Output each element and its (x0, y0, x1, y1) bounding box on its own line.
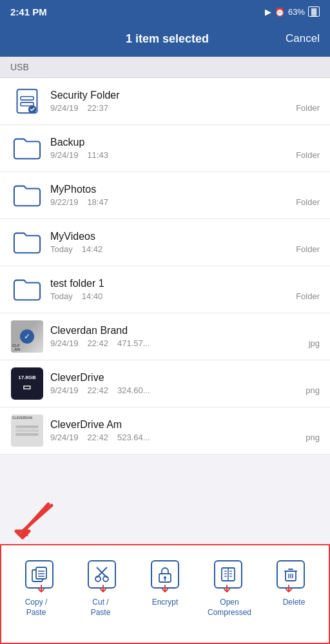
file-meta: 9/24/19 11:43 Folder (50, 150, 320, 160)
file-meta: Today 14:40 Folder (50, 291, 320, 301)
bottom-toolbar: Copy /Paste Cut /Paste Encrypt OpenCompr… (0, 544, 330, 644)
copy-paste-label: Copy /Paste (4, 598, 68, 618)
status-icons: ▶ ⏰ 63% ▓ (265, 6, 320, 17)
security-folder-icon (10, 84, 44, 118)
file-thumbnail: CLEVERDAN (10, 414, 44, 447)
list-item[interactable]: MyVideos Today 14:42 Folder (0, 219, 330, 266)
file-thumbnail: ✓ CLF_AN (10, 320, 44, 353)
file-type: Folder (296, 291, 320, 301)
list-item[interactable]: test folder 1 Today 14:40 Folder (0, 266, 330, 313)
file-type: png (306, 433, 320, 442)
section-header: USB (0, 57, 330, 78)
copy-paste-button[interactable] (8, 560, 71, 589)
file-name: MyPhotos (50, 184, 320, 195)
file-size: 471.57... (117, 338, 150, 348)
toolbar-buttons (1, 545, 329, 594)
list-item[interactable]: Security Folder 9/24/19 22:37 Folder (0, 78, 330, 125)
file-type: Folder (296, 244, 320, 254)
file-time: 18:47 (87, 197, 108, 207)
file-name: CleverDrive Am (50, 419, 320, 431)
delete-label: Delete (262, 598, 326, 618)
trash-icon (277, 560, 305, 589)
file-date: 9/24/19 (50, 338, 78, 348)
header: 1 item selected Cancel (0, 23, 330, 57)
file-type: Folder (296, 103, 320, 113)
cut-paste-label: Cut /Paste (68, 598, 133, 618)
file-time: 14:40 (82, 291, 103, 301)
file-time: 22:37 (87, 103, 108, 113)
folder-icon (10, 132, 44, 165)
file-type: Folder (296, 150, 320, 160)
file-date: 9/22/19 (50, 197, 78, 207)
file-info: Security Folder 9/24/19 22:37 Folder (44, 90, 320, 113)
file-size: 324.60... (117, 385, 150, 395)
list-item[interactable]: ✓ CLF_AN Cleverdan Brand 9/24/19 22:42 4… (0, 313, 330, 360)
label-text: Delete (262, 598, 326, 608)
file-type: Folder (296, 197, 320, 207)
red-arrow-indicator (13, 499, 58, 544)
file-name: test folder 1 (50, 278, 320, 289)
file-meta: 9/24/19 22:37 Folder (50, 103, 320, 113)
book-icon (214, 560, 242, 589)
file-meta: 9/24/19 22:42 471.57... jpg (50, 338, 320, 348)
file-list: Security Folder 9/24/19 22:37 Folder Bac… (0, 78, 330, 454)
file-info: MyVideos Today 14:42 Folder (44, 231, 320, 254)
section-label: USB (10, 62, 29, 72)
file-thumbnail: 17.8GB▭ (10, 367, 44, 400)
file-meta: 9/24/19 22:42 523.64... png (50, 433, 320, 442)
file-time: 14:42 (82, 244, 103, 254)
label-text: Cut /Paste (68, 598, 133, 618)
encrypt-label: Encrypt (133, 598, 197, 618)
open-compressed-button[interactable] (197, 560, 260, 589)
file-info: CleverDrive Am 9/24/19 22:42 523.64... p… (44, 419, 320, 442)
toolbar-labels: Copy /Paste Cut /Paste Encrypt OpenCompr… (1, 594, 329, 618)
list-item[interactable]: MyPhotos 9/22/19 18:47 Folder (0, 172, 330, 219)
file-time: 22:42 (87, 433, 108, 442)
encrypt-button[interactable] (133, 560, 197, 589)
alarm-icon: ⏰ (275, 7, 285, 17)
open-compressed-label: OpenCompressed (197, 598, 262, 618)
file-name: Cleverdan Brand (50, 325, 320, 337)
header-title: 1 item selected (49, 32, 286, 46)
file-info: CleverDrive 9/24/19 22:42 324.60... png (44, 372, 320, 395)
location-icon: ▶ (265, 7, 271, 17)
file-size: 523.64... (117, 433, 150, 442)
file-meta: 9/22/19 18:47 Folder (50, 197, 320, 207)
status-bar: 2:41 PM ▶ ⏰ 63% ▓ (0, 0, 330, 23)
lock-icon (151, 560, 179, 589)
file-name: CleverDrive (50, 372, 320, 384)
file-name: MyVideos (50, 231, 320, 242)
svg-rect-2 (21, 102, 34, 106)
file-meta: Today 14:42 Folder (50, 244, 320, 254)
cut-icon (88, 560, 116, 589)
file-time: 22:42 (87, 338, 108, 348)
status-time: 2:41 PM (10, 6, 47, 17)
file-time: 11:43 (87, 150, 108, 160)
cancel-button[interactable]: Cancel (286, 32, 320, 45)
battery-text: 63% (288, 7, 305, 17)
file-name: Backup (50, 137, 320, 148)
file-date: 9/24/19 (50, 103, 78, 113)
svg-rect-6 (36, 567, 46, 579)
file-date: Today (50, 291, 73, 301)
file-info: test folder 1 Today 14:40 Folder (44, 278, 320, 301)
list-item[interactable]: Backup 9/24/19 11:43 Folder (0, 125, 330, 172)
svg-marker-4 (19, 529, 28, 536)
list-item[interactable]: 17.8GB▭ CleverDrive 9/24/19 22:42 324.60… (0, 360, 330, 407)
file-date: 9/24/19 (50, 385, 78, 395)
list-item[interactable]: CLEVERDAN CleverDrive Am 9/24/19 22:42 5… (0, 407, 330, 454)
folder-icon (10, 226, 44, 259)
file-type: jpg (309, 338, 320, 348)
delete-button[interactable] (259, 560, 322, 589)
label-text: Encrypt (133, 598, 197, 608)
file-name: Security Folder (50, 90, 320, 101)
file-info: MyPhotos 9/22/19 18:47 Folder (44, 184, 320, 207)
svg-rect-1 (21, 97, 34, 100)
cut-paste-button[interactable] (71, 560, 134, 589)
file-date: 9/24/19 (50, 433, 78, 442)
svg-point-15 (164, 576, 166, 579)
file-info: Backup 9/24/19 11:43 Folder (44, 137, 320, 160)
file-time: 22:42 (87, 385, 108, 395)
file-info: Cleverdan Brand 9/24/19 22:42 471.57... … (44, 325, 320, 348)
file-type: png (306, 385, 320, 395)
